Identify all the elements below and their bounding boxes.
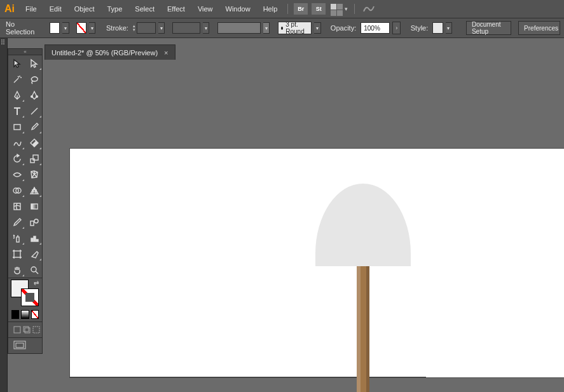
svg-point-0	[31, 95, 32, 97]
stock-button[interactable]: St	[312, 3, 326, 15]
shaper-tool[interactable]	[8, 135, 25, 151]
svg-point-16	[31, 267, 36, 272]
width-tool[interactable]	[8, 166, 25, 182]
opacity-label: Opacity:	[329, 24, 358, 32]
brush-definition[interactable]: 3 pt. Round	[278, 22, 312, 34]
stroke-swatch[interactable]	[76, 22, 86, 34]
opacity-field[interactable]: 100%	[361, 22, 390, 34]
document-setup-button[interactable]: Document Setup	[466, 21, 511, 35]
opacity-flyout[interactable]: ›	[392, 22, 401, 34]
bridge-button[interactable]: Br	[294, 3, 308, 15]
menu-object[interactable]: Object	[68, 0, 101, 18]
color-none-button[interactable]	[31, 310, 39, 319]
color-mode-row	[8, 308, 42, 321]
brush-dropdown[interactable]: ▾	[314, 22, 320, 34]
stroke-color-box[interactable]	[21, 288, 39, 306]
symbol-sprayer-tool[interactable]	[8, 230, 25, 246]
selection-status: No Selection	[4, 20, 36, 36]
arrange-documents-button[interactable]: ▾	[330, 3, 348, 15]
menu-effect[interactable]: Effect	[161, 0, 191, 18]
menu-separator-2	[354, 4, 355, 14]
artboard-tool[interactable]	[8, 246, 25, 262]
color-solid-button[interactable]	[11, 310, 19, 319]
document-tab[interactable]: Untitled-2* @ 50% (RGB/Preview) ×	[45, 44, 175, 60]
fill-stroke-control[interactable]: ⇄	[8, 278, 42, 308]
draw-inside-icon[interactable]	[32, 326, 40, 335]
shovel-head-shape[interactable]	[315, 184, 411, 266]
rotate-tool[interactable]	[8, 151, 25, 166]
close-tab-icon[interactable]: ×	[164, 49, 168, 57]
menu-help[interactable]: Help	[257, 0, 284, 18]
svg-rect-4	[33, 155, 38, 160]
menu-type[interactable]: Type	[101, 0, 129, 18]
document-tab-title: Untitled-2* @ 50% (RGB/Preview)	[52, 49, 158, 57]
menu-select[interactable]: Select	[128, 0, 161, 18]
selection-tool[interactable]	[8, 55, 25, 71]
draw-behind-icon[interactable]	[23, 326, 31, 335]
magic-wand-tool[interactable]	[8, 71, 25, 87]
brush-name: 3 pt. Round	[285, 21, 308, 35]
swap-fill-stroke-icon[interactable]: ⇄	[34, 280, 39, 287]
gpu-performance-icon[interactable]	[362, 4, 375, 14]
blend-tool[interactable]	[25, 214, 43, 230]
grip-icon	[1, 39, 6, 44]
type-tool[interactable]	[8, 103, 25, 119]
fill-dropdown[interactable]: ▾	[62, 22, 69, 34]
perspective-grid-tool[interactable]	[25, 182, 43, 198]
hand-tool[interactable]	[8, 262, 25, 278]
menu-edit[interactable]: Edit	[43, 0, 68, 18]
fill-swatch[interactable]	[50, 22, 60, 34]
svg-rect-14	[36, 240, 38, 241]
tool-panel: «	[8, 48, 43, 354]
gradient-tool[interactable]	[25, 198, 43, 214]
canvas-viewport[interactable]	[45, 60, 564, 392]
free-transform-tool[interactable]	[25, 166, 43, 182]
artwork-shovel[interactable]	[315, 184, 411, 392]
style-dropdown[interactable]: ▾	[446, 22, 452, 34]
disabled-field	[217, 22, 261, 34]
svg-rect-19	[24, 327, 29, 332]
shape-builder-tool[interactable]	[8, 182, 25, 198]
zoom-tool[interactable]	[25, 262, 43, 278]
menu-window[interactable]: Window	[219, 0, 257, 18]
stroke-weight-stepper[interactable]: ▴▾	[133, 22, 156, 34]
scale-tool[interactable]	[25, 151, 43, 166]
paintbrush-tool[interactable]	[25, 119, 43, 135]
color-gradient-button[interactable]	[21, 310, 29, 319]
eraser-tool[interactable]	[25, 135, 43, 151]
rectangle-tool[interactable]	[8, 119, 25, 135]
screen-mode-button[interactable]	[8, 338, 42, 353]
menu-view[interactable]: View	[191, 0, 219, 18]
stroke-weight-input[interactable]	[137, 22, 156, 34]
svg-rect-22	[16, 343, 24, 348]
disabled-dropdown: ▾	[263, 22, 270, 34]
slice-tool[interactable]	[25, 246, 43, 262]
direct-selection-tool[interactable]	[25, 55, 43, 71]
svg-rect-9	[31, 221, 34, 226]
svg-rect-11	[17, 237, 19, 242]
pen-tool[interactable]	[8, 87, 25, 103]
shovel-handle-shape[interactable]	[357, 260, 369, 392]
dock-strip[interactable]	[0, 38, 8, 392]
draw-mode-row	[8, 322, 42, 337]
svg-point-1	[36, 95, 38, 97]
tool-panel-handle[interactable]: «	[8, 49, 42, 55]
mesh-tool[interactable]	[8, 198, 25, 214]
column-graph-tool[interactable]	[25, 230, 43, 246]
stroke-dropdown[interactable]: ▾	[89, 22, 95, 34]
options-bar: No Selection ▾ ▾ Stroke: ▴▾ ▾ ▾ ▾ 3 pt. …	[0, 18, 564, 38]
graphic-style-swatch[interactable]	[432, 22, 443, 34]
line-segment-tool[interactable]	[25, 103, 43, 119]
lasso-tool[interactable]	[25, 71, 43, 87]
svg-rect-13	[34, 236, 36, 241]
variable-width-dropdown[interactable]: ▾	[203, 22, 209, 34]
variable-width-profile[interactable]	[172, 22, 200, 34]
curvature-tool[interactable]	[25, 87, 43, 103]
menu-file[interactable]: File	[19, 0, 43, 18]
preferences-button[interactable]: Preferences	[518, 21, 560, 35]
eyedropper-tool[interactable]	[8, 214, 25, 230]
draw-normal-icon[interactable]	[13, 326, 21, 335]
workspace: «	[0, 38, 564, 392]
app-logo: Ai	[0, 0, 19, 18]
stroke-weight-dropdown[interactable]: ▾	[158, 22, 165, 34]
